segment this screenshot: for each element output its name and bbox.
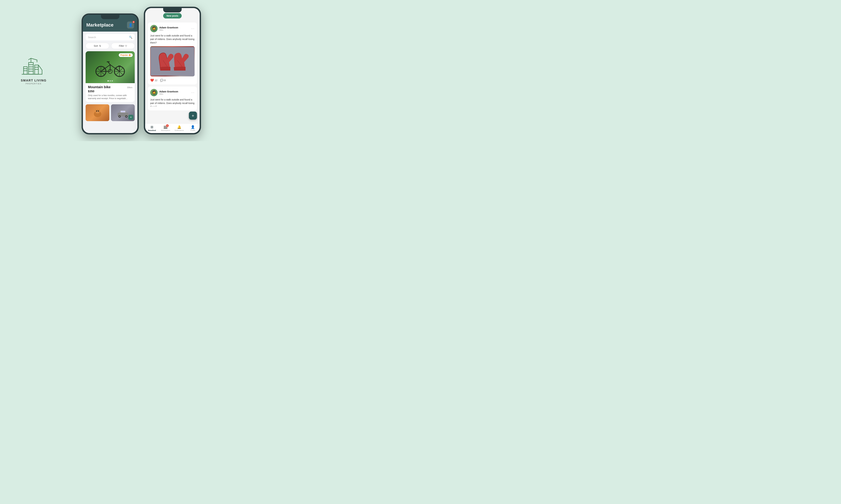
heart-icon: ❤️ [150, 78, 154, 82]
bike-image-wrap: Popular 🔥 [86, 51, 135, 83]
filter-button[interactable]: Filter ▽ [111, 43, 135, 49]
svg-line-12 [31, 58, 37, 60]
sort-filter-row: Sort ⇅ Filter ▽ [83, 43, 137, 51]
car-listing-card[interactable]: + [111, 104, 135, 121]
listing-title-row: Mountain bike 30km [88, 85, 132, 89]
notifications-icon: 🔔 [177, 125, 181, 129]
post-2-text: Just went for a walk outside and found a… [150, 98, 194, 106]
nav-profile[interactable]: 👤 Profile [186, 125, 200, 131]
post-1-actions: ❤️ 12 💬 8 [150, 78, 194, 82]
like-button[interactable]: ❤️ 12 [150, 78, 157, 82]
profile-nav-label: Profile [190, 129, 195, 131]
new-posts-button[interactable]: New posts [163, 13, 182, 18]
post-1-author: Adam Grantson [159, 26, 189, 29]
post-card-2[interactable]: 🧔 Adam Grantson 30m ··· Just went for a … [148, 87, 197, 110]
bike-listing-card[interactable]: Popular 🔥 Mountain bike 30km [86, 51, 135, 102]
mini-listings-row: + [86, 104, 135, 121]
comment-icon: 💬 [160, 79, 164, 82]
nav-newsfeed[interactable]: ⊞ Newsfeed [145, 125, 159, 131]
sort-icon: ⇅ [99, 44, 101, 47]
marketplace-badge: 2 [166, 124, 169, 127]
svg-point-48 [126, 116, 127, 117]
phone-marketplace: Marketplace 👤 2 Search 🔍 So [82, 14, 139, 134]
notifications-label: Notifications [175, 129, 184, 131]
logo-title: SMART LIVING [21, 79, 47, 82]
plus-label: + [130, 115, 132, 119]
filter-label: Filter [119, 44, 124, 47]
new-posts-wrap: New posts [148, 13, 197, 21]
dot-1 [108, 80, 109, 82]
phones-area: Marketplace 👤 2 Search 🔍 So [57, 7, 225, 134]
logo-section: SMART LIVING PROPERTIES [10, 57, 57, 85]
svg-line-13 [29, 58, 31, 60]
comment-count: 8 [164, 79, 166, 82]
post-2-time: 30m [159, 93, 189, 95]
post-1-avatar: 🧔 [150, 25, 158, 32]
post-1-text: Just went for a walk outside and found a… [150, 34, 194, 44]
carousel-dots [108, 80, 113, 82]
marketplace-nav-label: Marketplace [161, 129, 170, 131]
phone-newsfeed-screen: New posts 🧔 Adam Grantson 30m [145, 8, 200, 133]
post-1-header: 🧔 Adam Grantson 30m ··· [150, 25, 194, 32]
search-placeholder: Search [88, 36, 128, 39]
svg-marker-39 [99, 108, 101, 110]
fab-button[interactable]: + [189, 111, 197, 120]
svg-point-41 [98, 110, 99, 111]
popular-text: Popular 🔥 [120, 54, 131, 56]
search-icon: 🔍 [129, 36, 132, 39]
phone-newsfeed: New posts 🧔 Adam Grantson 30m [144, 7, 201, 134]
add-listing-button[interactable]: + [128, 115, 133, 120]
profile-nav-icon: 👤 [191, 125, 195, 129]
newsfeed-label: Newsfeed [148, 129, 156, 131]
newsfeed-content: New posts 🧔 Adam Grantson 30m [145, 8, 200, 124]
svg-point-42 [97, 111, 98, 112]
phone-marketplace-screen: Marketplace 👤 2 Search 🔍 So [83, 15, 137, 133]
dot-3 [112, 80, 113, 82]
comment-button[interactable]: 💬 8 [160, 79, 166, 82]
listing-price: $350 [88, 90, 132, 93]
post-2-avatar-img: 🧔 [152, 90, 156, 95]
newsfeed-icon: ⊞ [151, 125, 153, 129]
like-count: 12 [155, 79, 157, 82]
marketplace-content: Popular 🔥 Mountain bike 30km [83, 51, 137, 133]
search-box[interactable]: Search 🔍 [86, 34, 135, 40]
svg-point-47 [119, 116, 120, 117]
logo-icon [20, 57, 47, 77]
dot-2 [110, 80, 111, 82]
post-2-menu-button[interactable]: ··· [191, 91, 194, 94]
post-1-menu-button[interactable]: ··· [191, 27, 194, 31]
nav-marketplace[interactable]: 🏬 2 Marketplace [159, 125, 172, 131]
notch-2 [163, 8, 182, 13]
sort-label: Sort [94, 44, 98, 47]
avatar-badge: 2 [132, 20, 135, 23]
post-1-image [150, 46, 194, 76]
fab-label: + [192, 113, 194, 118]
listing-description: Only used for a few months, comes with w… [88, 94, 132, 100]
profile-icon: 👤 [128, 23, 133, 27]
post-1-avatar-img: 🧔 [152, 26, 156, 31]
marketplace-avatar-button[interactable]: 👤 2 [127, 21, 134, 29]
popular-badge: Popular 🔥 [119, 53, 133, 57]
post-2-avatar: 🧔 [150, 89, 158, 96]
svg-rect-49 [151, 47, 194, 76]
svg-marker-38 [95, 108, 96, 110]
svg-line-31 [108, 62, 110, 65]
cat-image [91, 108, 104, 118]
post-1-time: 30m [159, 29, 189, 31]
nav-notifications[interactable]: 🔔 Notifications [172, 125, 186, 131]
listing-name: Mountain bike [88, 85, 110, 89]
bottom-nav: ⊞ Newsfeed 🏬 2 Marketplace 🔔 Notificatio… [145, 124, 200, 133]
filter-icon: ▽ [125, 44, 127, 47]
post-1-meta: Adam Grantson 30m [159, 26, 189, 31]
search-area: Search 🔍 [83, 32, 137, 43]
cat-listing-card[interactable] [86, 104, 109, 121]
post-card-1[interactable]: 🧔 Adam Grantson 30m ··· Just went for a … [148, 22, 197, 85]
car-image [116, 108, 130, 118]
marketplace-title: Marketplace [86, 22, 114, 28]
logo-subtitle: PROPERTIES [26, 83, 41, 85]
sort-button[interactable]: Sort ⇅ [86, 43, 109, 49]
post-2-header: 🧔 Adam Grantson 30m ··· [150, 89, 194, 96]
post-2-meta: Adam Grantson 30m [159, 90, 189, 95]
listing-info: Mountain bike 30km $350 Only used for a … [86, 83, 135, 102]
bike-illustration [93, 56, 127, 78]
